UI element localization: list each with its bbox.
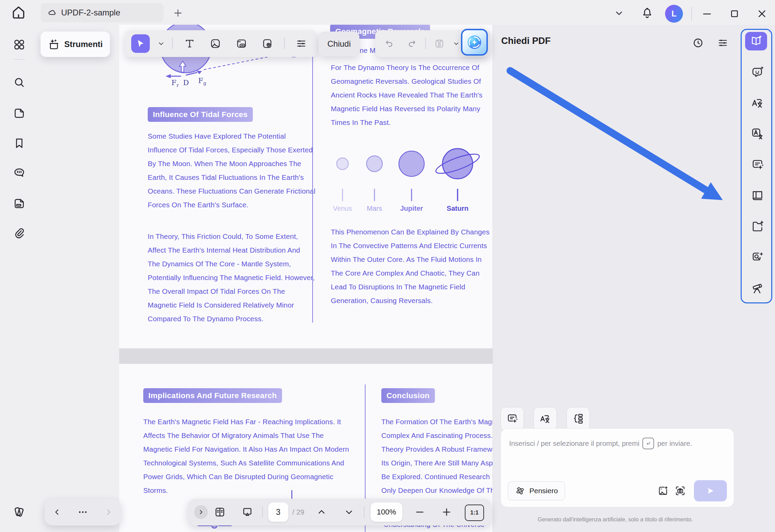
doc-line: By The Moon. When The Moon Approaches Th…	[148, 157, 315, 171]
rail-ai-files-button[interactable]	[746, 217, 768, 236]
adjust-tool-button[interactable]	[292, 34, 311, 53]
close-window-button[interactable]	[753, 5, 771, 23]
tools-label: Strumenti	[64, 39, 103, 49]
ai-assistant-button[interactable]	[461, 29, 488, 56]
home-icon	[10, 4, 27, 21]
back-icon[interactable]	[53, 508, 61, 517]
rail-ai-search-button[interactable]	[746, 248, 768, 267]
actual-size-button[interactable]: 1:1	[465, 505, 484, 521]
next-page-button[interactable]	[340, 503, 358, 521]
doc-line: Storms.	[143, 484, 349, 497]
rail-explore-button[interactable]	[746, 279, 768, 298]
cloud-icon	[47, 8, 57, 18]
zoom-out-button[interactable]	[411, 503, 429, 521]
link-tool-button[interactable]	[232, 34, 251, 53]
save-button[interactable]	[430, 34, 449, 53]
tools-button[interactable]: Strumenti	[41, 32, 110, 57]
ai-translate-button[interactable]	[533, 407, 557, 430]
collapse-toolbar-button[interactable]	[610, 4, 628, 22]
paperclip-icon	[13, 227, 26, 240]
avatar[interactable]: L	[665, 5, 683, 23]
minimize-button[interactable]	[698, 5, 716, 23]
prompt-input[interactable]: Inserisci / per selezionare il prompt, p…	[501, 428, 734, 507]
cursor-icon	[136, 39, 145, 48]
doc-line: Magnetic Field For Navigation. It Also H…	[143, 442, 349, 456]
ai-summary-button[interactable]	[501, 407, 524, 430]
chevron-down-icon[interactable]	[453, 40, 460, 47]
doc-line: Geomagnetic Reversals. Geological Studie…	[331, 74, 483, 88]
send-icon	[705, 486, 716, 496]
sidebar-item-search[interactable]	[10, 73, 29, 92]
sidebar-item-pages[interactable]	[10, 104, 29, 123]
send-button[interactable]	[694, 480, 727, 501]
redo-button[interactable]	[403, 34, 421, 53]
page-layout-button[interactable]	[211, 503, 229, 521]
previous-page-button[interactable]	[312, 503, 331, 521]
screenshot-button[interactable]	[671, 482, 689, 500]
sidebar-item-comments[interactable]	[10, 163, 29, 183]
page-icon	[13, 107, 26, 120]
paragraph: In Theory, This Friction Could, To Some …	[148, 230, 315, 326]
close-edit-button[interactable]: Chiudi	[319, 32, 359, 56]
location-tool-button[interactable]	[258, 34, 277, 53]
chevron-up-icon	[316, 507, 327, 517]
search-sparkle-icon	[751, 251, 764, 264]
notifications-button[interactable]	[638, 4, 656, 22]
sidebar-item-attachments[interactable]	[10, 224, 29, 243]
planet-label-saturn: Saturn	[435, 205, 480, 212]
more-options-icon[interactable]	[78, 507, 88, 517]
doc-line: The Core Are Complex And Chaotic, They C…	[331, 266, 490, 280]
zoom-level-input[interactable]: 100%	[371, 502, 402, 522]
ai-mindmap-button[interactable]	[566, 407, 590, 430]
rail-translate-button[interactable]	[746, 94, 768, 112]
bell-icon	[641, 7, 654, 20]
rail-ai-chat-button[interactable]	[746, 63, 768, 81]
text-tool-button[interactable]	[180, 34, 199, 53]
page-gap	[119, 348, 493, 364]
rail-side-by-side-button[interactable]	[746, 186, 768, 205]
mindmap-icon	[572, 413, 584, 425]
pdf-page-1[interactable]: F r D F g Influence Of Tidal Forces Some…	[119, 25, 493, 348]
force-label-f2: F	[198, 77, 203, 85]
rail-image-translate-button[interactable]	[746, 125, 768, 143]
ai-settings-button[interactable]	[714, 34, 732, 52]
rail-ai-notes-button[interactable]	[746, 155, 768, 174]
sidebar-item-slides[interactable]	[10, 194, 29, 213]
sidebar-item-bookmarks[interactable]	[10, 134, 29, 153]
rail-reading-assistant-button[interactable]	[745, 32, 767, 50]
thinking-mode-button[interactable]: Pensiero	[508, 481, 565, 500]
doc-sparkle-icon	[506, 413, 518, 425]
forward-icon[interactable]	[104, 508, 113, 517]
section-heading: Influence Of Tidal Forces	[148, 107, 253, 122]
sidebar-item-panels[interactable]	[10, 35, 29, 54]
zoom-in-button[interactable]	[437, 503, 456, 521]
chevron-down-icon[interactable]	[157, 40, 165, 47]
presentation-button[interactable]	[238, 503, 257, 521]
doc-line: The Earth's Magnetic Field Has Far - Rea…	[143, 415, 349, 429]
sidebar-item-themes[interactable]	[10, 503, 29, 522]
new-tab-button[interactable]	[169, 4, 187, 22]
expand-nav-button[interactable]	[194, 505, 208, 519]
section-heading: Implications And Future Research	[143, 388, 282, 403]
ai-panel-title: Chiedi PDF	[501, 36, 551, 46]
section-heading: Conclusion	[381, 388, 435, 403]
book-spread-icon	[214, 506, 226, 518]
image-tool-button[interactable]	[206, 34, 225, 53]
chevron-down-icon	[614, 8, 624, 18]
chat-smile-sparkle-icon	[751, 65, 764, 79]
select-tool-button[interactable]	[131, 34, 150, 53]
doc-line: Magnetic Field Is Considered Relatively …	[148, 298, 315, 312]
plus-icon	[441, 507, 452, 518]
history-button[interactable]	[689, 34, 707, 52]
home-button[interactable]	[10, 4, 27, 21]
maximize-icon	[729, 8, 740, 20]
chevron-down-icon	[344, 507, 354, 517]
force-label-f2-sub: g	[203, 81, 206, 86]
insert-image-button[interactable]	[655, 482, 671, 500]
document-tab[interactable]: UPDF-2-sample	[41, 3, 164, 22]
undo-button[interactable]	[380, 34, 398, 53]
prompt-placeholder: Inserisci / per selezionare il prompt, p…	[501, 429, 734, 449]
page-number-input[interactable]: 3	[268, 502, 288, 522]
maximize-button[interactable]	[726, 5, 743, 23]
doc-line: Oceans. These Fluctuations Can Generate …	[148, 184, 315, 198]
